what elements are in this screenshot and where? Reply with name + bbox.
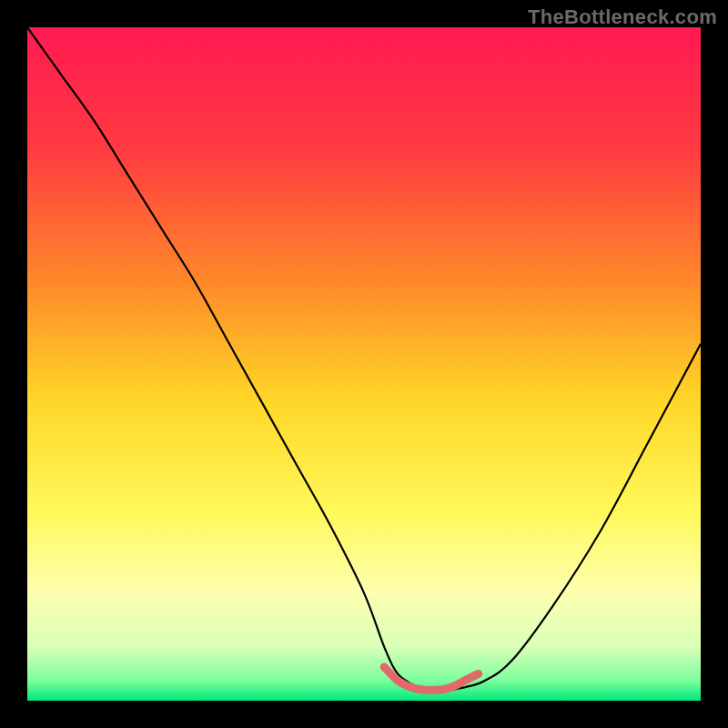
plot-area — [27, 27, 701, 701]
chart-svg — [27, 27, 701, 701]
watermark-text: TheBottleneck.com — [528, 5, 717, 29]
gradient-background — [27, 27, 701, 701]
chart-frame: TheBottleneck.com — [0, 0, 728, 728]
